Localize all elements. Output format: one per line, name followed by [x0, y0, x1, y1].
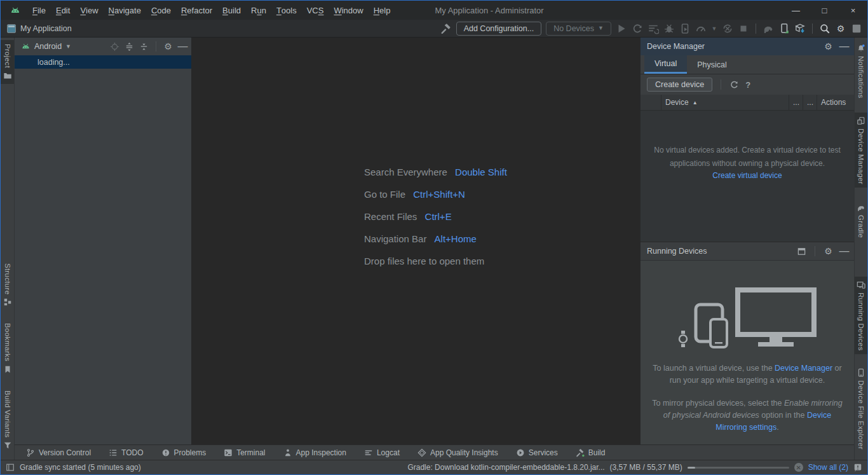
menu-run[interactable]: Run	[246, 1, 271, 20]
hide-panel-icon[interactable]: —	[178, 42, 187, 52]
run-icon[interactable]	[616, 23, 627, 34]
hide-panel-icon[interactable]: —	[839, 42, 849, 52]
toolbar-square-icon[interactable]	[851, 23, 862, 34]
bookmarks-tab-label: Bookmarks	[4, 323, 11, 361]
cancel-task-icon[interactable]: ✕	[794, 463, 803, 472]
sidebar-item-project[interactable]: Project	[1, 40, 14, 84]
device-manager-link[interactable]: Device Manager	[775, 364, 832, 373]
toolwindow-problems[interactable]: Problems	[161, 448, 207, 457]
apply-code-changes-icon[interactable]	[648, 23, 659, 34]
profiler-dropdown-icon[interactable]: ▼	[711, 23, 717, 34]
menu-tools[interactable]: Tools	[271, 1, 302, 20]
toolwindow-services[interactable]: Services	[516, 448, 558, 457]
text-segment: To mirror physical devices, select the	[652, 399, 784, 408]
sidebar-item-structure[interactable]: Structure	[1, 259, 14, 310]
gradle-elephant-icon	[857, 203, 865, 212]
profiler-icon[interactable]	[695, 23, 707, 34]
android-icon	[21, 42, 31, 52]
create-virtual-device-link[interactable]: Create virtual device	[712, 171, 782, 180]
mirror-physical-devices-text: To mirror physical devices, select the E…	[650, 397, 844, 434]
toolwindow-build[interactable]: Build	[576, 448, 606, 457]
build-hammer-icon[interactable]	[440, 23, 452, 34]
locate-file-icon[interactable]	[110, 42, 119, 52]
running-devices-icon	[857, 280, 865, 289]
running-devices-tool-window: Running Devices ⚙ —	[641, 242, 854, 444]
menu-build[interactable]: Build	[217, 1, 246, 20]
close-button[interactable]: ×	[839, 1, 867, 20]
restart-activity-icon[interactable]	[722, 23, 733, 34]
chevron-down-icon[interactable]: ▼	[65, 44, 71, 50]
menu-code[interactable]: Code	[146, 1, 176, 20]
breadcrumb[interactable]: My Application	[20, 24, 72, 33]
collapse-all-icon[interactable]	[139, 42, 149, 52]
attach-debugger-icon[interactable]	[679, 23, 691, 34]
tab-physical[interactable]: Physical	[687, 55, 737, 74]
toolwindow-logcat[interactable]: Logcat	[364, 448, 400, 457]
shortcut-hint-row: Recent Files Ctrl+E	[364, 211, 507, 222]
gear-icon[interactable]: ⚙	[824, 42, 833, 52]
sidebar-item-build-variants[interactable]: Build Variants	[1, 387, 14, 453]
sidebar-item-bookmarks[interactable]: Bookmarks	[1, 319, 14, 377]
shortcut-label: Recent Files	[364, 211, 417, 222]
toolwindow-app-quality-insights[interactable]: App Quality Insights	[417, 448, 498, 457]
tab-virtual[interactable]: Virtual	[644, 55, 687, 74]
minimize-button[interactable]: —	[782, 1, 810, 20]
settings-gear-icon[interactable]: ⚙	[835, 23, 846, 34]
add-configuration-button[interactable]: Add Configuration...	[456, 22, 542, 36]
expand-all-icon[interactable]	[125, 42, 134, 52]
hide-panel-icon[interactable]: —	[839, 247, 849, 256]
menu-navigate[interactable]: Navigate	[104, 1, 146, 20]
search-everywhere-icon[interactable]	[819, 23, 831, 34]
float-window-icon[interactable]	[797, 247, 806, 256]
sidebar-item-device-file-explorer[interactable]: Device File Explorer	[855, 364, 867, 453]
status-message[interactable]: Gradle sync started (5 minutes ago)	[20, 463, 141, 472]
debug-icon[interactable]	[663, 23, 675, 34]
project-tool-window: Android ▼ ⚙ — loading...	[15, 38, 191, 444]
device-selector-dropdown[interactable]: No Devices ▼	[546, 22, 611, 36]
tv-monitor-icon	[735, 287, 817, 348]
help-icon[interactable]: ?	[745, 80, 750, 90]
menu-refactor[interactable]: Refactor	[176, 1, 217, 20]
gear-icon[interactable]: ⚙	[163, 42, 173, 52]
menu-help[interactable]: Help	[369, 1, 396, 20]
toolwindow-label: App Inspection	[296, 448, 346, 457]
stop-icon[interactable]	[738, 23, 749, 34]
menu-view[interactable]: View	[75, 1, 103, 20]
create-device-button[interactable]: Create device	[647, 78, 712, 92]
running-devices-tab-label: Running Devices	[857, 293, 865, 350]
column-header-device[interactable]: Device ▲	[661, 95, 789, 110]
sort-ascending-icon: ▲	[693, 100, 698, 106]
project-view-selector[interactable]: Android	[34, 42, 62, 51]
android-studio-window: File Edit View Navigate Code Refactor Bu…	[0, 0, 868, 475]
menu-vcs[interactable]: VCS	[302, 1, 329, 20]
toolwindow-app-inspection[interactable]: App Inspection	[283, 448, 346, 457]
device-table-header: Device ▲ ... ... Actions	[641, 95, 854, 111]
menu-file[interactable]: File	[27, 1, 51, 20]
menu-edit[interactable]: Edit	[51, 1, 75, 20]
build-variants-tab-label: Build Variants	[4, 390, 11, 437]
sidebar-item-notifications[interactable]: Notifications	[855, 40, 867, 102]
sidebar-item-running-devices[interactable]: Running Devices	[855, 277, 867, 354]
toolwindow-version-control[interactable]: Version Control	[26, 448, 91, 457]
sidebar-item-device-manager[interactable]: Device Manager	[855, 113, 867, 188]
event-log-icon[interactable]	[853, 463, 862, 472]
toolwindow-terminal[interactable]: Terminal	[224, 448, 265, 457]
maximize-button[interactable]: □	[810, 1, 839, 20]
show-all-tasks-link[interactable]: Show all (2)	[808, 463, 848, 472]
gear-icon[interactable]: ⚙	[824, 247, 833, 256]
project-tree-loading-node[interactable]: loading...	[15, 55, 191, 69]
agp-upgrade-assistant-icon[interactable]	[763, 23, 774, 34]
column-header-actions: Actions	[817, 95, 854, 110]
menu-window[interactable]: Window	[329, 1, 368, 20]
device-manager-toolbar-icon[interactable]	[778, 23, 790, 34]
refresh-icon[interactable]	[729, 80, 739, 90]
toolwindow-label: Problems	[174, 448, 207, 457]
sidebar-item-gradle[interactable]: Gradle	[855, 199, 867, 242]
toolwindow-todo[interactable]: TODO	[109, 448, 143, 457]
todo-list-icon	[109, 448, 118, 457]
apply-changes-icon[interactable]	[632, 23, 643, 34]
sdk-manager-icon[interactable]	[794, 23, 806, 34]
layout-icon[interactable]	[6, 463, 15, 472]
text-segment: To launch a virtual device, use the	[653, 364, 775, 373]
shortcut-keys: Ctrl+E	[425, 211, 452, 222]
